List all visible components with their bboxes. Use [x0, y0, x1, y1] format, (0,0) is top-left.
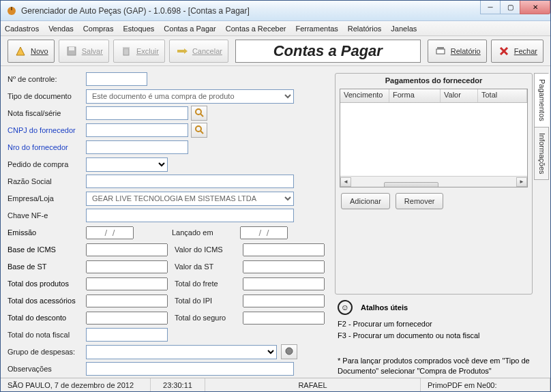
- base-st-input[interactable]: [86, 260, 168, 273]
- app-window: Gerenciador de Auto Peças (GAP) - 1.0.69…: [0, 0, 551, 392]
- novo-label: Novo: [31, 47, 48, 55]
- total-frete-input[interactable]: [243, 277, 325, 290]
- cnpj-fornecedor-input[interactable]: [86, 123, 188, 137]
- col-vencimento[interactable]: Vencimento: [340, 89, 389, 102]
- grid-scrollbar[interactable]: ◄ ►: [340, 176, 527, 187]
- menu-compras[interactable]: Compras: [83, 25, 114, 33]
- shortcut-note: * Para lançar produtos comprados você de…: [338, 356, 530, 376]
- scroll-left-icon[interactable]: ◄: [340, 177, 351, 187]
- pedido-compra-label: Pedido de compra: [8, 160, 86, 168]
- cnpj-lookup-button[interactable]: [191, 123, 207, 138]
- total-seguro-input[interactable]: [243, 312, 325, 325]
- menu-contas-pagar[interactable]: Contas a Pagar: [164, 25, 215, 33]
- remover-button[interactable]: Remover: [396, 193, 444, 209]
- razao-social-input[interactable]: [86, 175, 294, 188]
- nota-fiscal-input[interactable]: [86, 106, 188, 120]
- fechar-icon: [497, 44, 511, 58]
- relatorio-button[interactable]: Relatório: [428, 40, 487, 63]
- menu-vendas[interactable]: Vendas: [48, 25, 74, 33]
- status-time: 23:30:11: [151, 378, 205, 391]
- total-nota-label: Total do nota fiscal: [8, 331, 86, 339]
- empresa-loja-select[interactable]: GEAR LIVE TECNOLOGIA EM SISTEMAS LTDA: [86, 192, 294, 206]
- maximize-button[interactable]: ▢: [500, 1, 520, 14]
- excluir-icon: [119, 44, 133, 58]
- total-ipi-input[interactable]: [243, 295, 325, 307]
- form-area: Nº de controle: Tipo de documento Este d…: [8, 72, 328, 378]
- total-desconto-input[interactable]: [86, 312, 168, 325]
- cancelar-icon: [175, 44, 189, 58]
- excluir-button[interactable]: Excluir: [113, 40, 165, 63]
- novo-button[interactable]: Novo: [8, 40, 55, 63]
- cancelar-button[interactable]: Cancelar: [169, 40, 228, 63]
- right-panel: Pagamentos do fornecedor Vencimento Form…: [328, 72, 549, 378]
- titlebar: Gerenciador de Auto Peças (GAP) - 1.0.69…: [1, 1, 550, 21]
- fechar-label: Fechar: [514, 47, 537, 55]
- menu-estoques[interactable]: Estoques: [123, 25, 154, 33]
- svg-rect-6: [123, 47, 130, 48]
- lancado-input[interactable]: [240, 226, 288, 239]
- tipo-documento-select[interactable]: Este documento é uma compra de produto: [86, 89, 294, 104]
- minimize-button[interactable]: ─: [480, 1, 501, 14]
- valor-icms-input[interactable]: [243, 243, 325, 256]
- emissao-input[interactable]: [86, 226, 134, 239]
- col-valor[interactable]: Valor: [441, 89, 478, 102]
- chave-nfe-input[interactable]: [86, 209, 294, 222]
- menu-cadastros[interactable]: Cadastros: [5, 25, 39, 33]
- menu-ferramentas[interactable]: Ferramentas: [295, 25, 338, 33]
- nro-controle-input[interactable]: [86, 72, 147, 86]
- search-icon: [194, 108, 204, 119]
- relatorio-label: Relatório: [451, 47, 481, 55]
- tab-pagamentos[interactable]: Pagamentos: [534, 73, 549, 127]
- total-produtos-input[interactable]: [86, 277, 168, 290]
- total-desconto-label: Total do desconto: [8, 314, 86, 322]
- total-frete-label: Total do frete: [175, 280, 243, 288]
- menu-contas-receber[interactable]: Contas a Receber: [226, 25, 286, 33]
- grupo-despesas-label: Grupo de despesas:: [8, 348, 86, 356]
- menu-janelas[interactable]: Janelas: [391, 25, 417, 33]
- grupo-despesas-select[interactable]: [86, 345, 277, 359]
- tab-informacoes[interactable]: Informações: [534, 127, 549, 181]
- shortcut-f2: F2 - Procurar um fornecedor: [338, 319, 530, 329]
- pagamentos-box: Pagamentos do fornecedor Vencimento Form…: [335, 73, 533, 295]
- fechar-button[interactable]: Fechar: [491, 40, 543, 63]
- svg-line-16: [200, 131, 203, 134]
- nro-fornecedor-input[interactable]: [86, 140, 188, 154]
- menu-relatorios[interactable]: Relatórios: [348, 25, 382, 33]
- page-title: Contas a Pagar: [273, 42, 383, 60]
- total-nota-input[interactable]: [86, 328, 168, 342]
- statusbar: SÃO PAULO, 7 de dezembro de 2012 23:30:1…: [1, 378, 550, 391]
- total-acessorios-input[interactable]: [86, 295, 168, 307]
- nota-fiscal-label: Nota fiscal/série: [8, 109, 86, 117]
- col-total[interactable]: Total: [478, 89, 527, 102]
- close-button[interactable]: ✕: [520, 1, 550, 14]
- status-user: RAFAEL: [205, 378, 421, 391]
- scroll-thumb[interactable]: [384, 182, 438, 188]
- svg-rect-9: [436, 49, 445, 54]
- emissao-label: Emissão: [8, 228, 86, 237]
- base-icms-input[interactable]: [86, 243, 168, 256]
- pagamentos-grid[interactable]: Vencimento Forma Valor Total ◄ ►: [340, 89, 528, 187]
- adicionar-button[interactable]: Adicionar: [341, 193, 390, 209]
- page-title-box: Contas a Pagar: [235, 40, 421, 63]
- pagamentos-title: Pagamentos do fornecedor: [336, 74, 532, 87]
- pedido-compra-select[interactable]: [86, 157, 168, 172]
- salvar-icon: [65, 44, 78, 58]
- grupo-despesas-button[interactable]: [281, 344, 297, 359]
- total-ipi-label: Total do IPI: [175, 297, 243, 305]
- excluir-label: Excluir: [136, 47, 159, 55]
- cnpj-fornecedor-label: CNPJ do fornecedor: [8, 126, 86, 134]
- salvar-label: Salvar: [82, 47, 103, 55]
- shortcuts-title: Atalhos úteis: [361, 303, 408, 312]
- empresa-loja-label: Empresa/Loja: [8, 194, 86, 202]
- total-acessorios-label: Total dos acessórios: [8, 297, 86, 305]
- col-forma[interactable]: Forma: [389, 89, 441, 102]
- scroll-right-icon[interactable]: ►: [516, 177, 527, 187]
- valor-st-input[interactable]: [243, 260, 325, 273]
- valor-icms-label: Valor do ICMS: [175, 245, 243, 254]
- nota-fiscal-lookup-button[interactable]: [191, 106, 207, 121]
- salvar-button[interactable]: Salvar: [59, 40, 109, 63]
- shortcuts-panel: ☺ Atalhos úteis F2 - Procurar um fornece…: [335, 300, 533, 378]
- observacoes-input[interactable]: [86, 362, 294, 376]
- side-tabs: Pagamentos Informações: [534, 73, 549, 378]
- shortcut-f3: F3 - Procurar um documento ou nota fisca…: [338, 331, 530, 341]
